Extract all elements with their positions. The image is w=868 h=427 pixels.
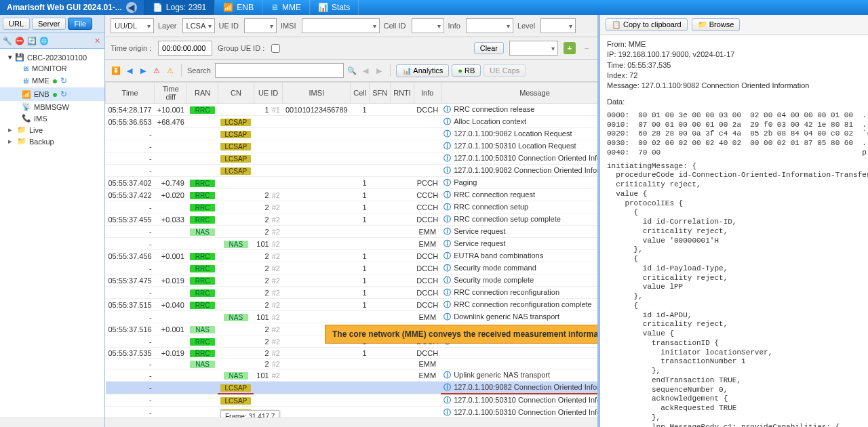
cellid-combo[interactable] bbox=[412, 18, 444, 33]
col-info[interactable]: Info bbox=[414, 83, 441, 104]
log-row[interactable]: -LCSAPⓘ127.0.1.100:50310 Connection Orie… bbox=[106, 394, 598, 407]
log-pane: UU/DL Layer LCSA UE ID IMSI Cell ID Info… bbox=[105, 15, 600, 427]
col-message[interactable]: Message bbox=[441, 83, 597, 104]
h-scrollbar[interactable] bbox=[105, 418, 597, 427]
log-row[interactable]: -LCSAPⓘ127.0.1.100:9082 Connection Orien… bbox=[106, 382, 598, 394]
tree-root[interactable]: ▾ 💾 CBC-2023010100 bbox=[0, 52, 104, 63]
back-icon[interactable]: ◀ bbox=[126, 2, 137, 13]
col-cn[interactable]: CN bbox=[218, 83, 254, 104]
warn-icon[interactable]: ⚠ bbox=[151, 65, 162, 76]
search-prev-icon[interactable]: ◀ bbox=[360, 65, 371, 76]
btn-label: RB bbox=[465, 66, 475, 75]
status-dot-icon: ● bbox=[52, 89, 58, 100]
col-imsi[interactable]: IMSI bbox=[283, 83, 351, 104]
group-ueid-checkbox[interactable] bbox=[271, 44, 280, 53]
collapse-icon: ▾ bbox=[8, 53, 12, 62]
alert-icon[interactable]: ⚠ bbox=[165, 65, 176, 76]
list-icon: 📄 bbox=[153, 3, 163, 12]
col-ran[interactable]: RAN bbox=[187, 83, 218, 104]
col-time[interactable]: Time bbox=[106, 83, 155, 104]
col-rnti[interactable]: RNTI bbox=[391, 83, 414, 104]
tree-enb[interactable]: 📶ENB●↻ bbox=[0, 87, 104, 101]
analytics-button[interactable]: 📊 Analytics bbox=[396, 64, 449, 77]
header-bar: Amarisoft Web GUI 2024.01-... ◀ 📄 Logs: … bbox=[0, 0, 868, 15]
log-row[interactable]: -LCSAPⓘ127.0.1.100:50310 Location Reques… bbox=[106, 140, 598, 152]
copy-button[interactable]: 📋 Copy to clipboard bbox=[606, 18, 688, 31]
tree-live[interactable]: 📁Live bbox=[0, 124, 104, 136]
search-next-icon[interactable]: ▶ bbox=[374, 65, 384, 76]
tree-backup[interactable]: 📁Backup bbox=[0, 136, 104, 147]
info-combo[interactable] bbox=[466, 18, 513, 33]
tab-label: MME bbox=[282, 3, 301, 12]
imsi-combo[interactable] bbox=[302, 18, 380, 33]
clear-combo[interactable] bbox=[509, 41, 558, 56]
radio-icon: 📡 bbox=[22, 102, 31, 111]
col-ue-id[interactable]: UE ID bbox=[254, 83, 283, 104]
log-row[interactable]: -LCSAPⓘ127.0.1.100:9082 Location Request bbox=[106, 128, 598, 140]
filter-toolbar: UU/DL Layer LCSA UE ID IMSI Cell ID Info… bbox=[105, 15, 597, 37]
log-row[interactable]: 05:55:37.515+0.040RRC2 #21DCCHⓘRRC conne… bbox=[106, 299, 598, 311]
log-row[interactable]: -RRC2 #21CCCHⓘRRC connection setup bbox=[106, 201, 598, 214]
stop-icon[interactable]: ⛔ bbox=[14, 35, 25, 46]
log-row[interactable]: -NAS101 #2EMMⓘDownlink generic NAS trans… bbox=[106, 311, 598, 323]
close-icon[interactable]: ✕ bbox=[92, 35, 102, 46]
log-row[interactable]: -LCSAPⓘ127.0.1.100:50310 Connection Orie… bbox=[106, 152, 598, 165]
layer-combo[interactable]: LCSA bbox=[182, 18, 215, 33]
rb-button[interactable]: ● RB bbox=[452, 64, 481, 77]
log-row[interactable]: 05:55:37.455+0.033RRC2 #21DCCHⓘRRC conne… bbox=[106, 214, 598, 226]
log-row[interactable]: -NAS2 #2EMM bbox=[106, 359, 598, 369]
level-combo[interactable] bbox=[540, 18, 576, 33]
tab-enb[interactable]: 📶 ENB bbox=[215, 0, 262, 15]
search-input[interactable] bbox=[215, 63, 344, 78]
file-button[interactable]: File bbox=[68, 18, 92, 30]
log-row[interactable]: 05:55:37.535+0.019RRC2 #21DCCH bbox=[106, 348, 598, 359]
down-all-icon[interactable]: ⏬ bbox=[111, 65, 121, 76]
prev-icon[interactable]: ◀ bbox=[124, 65, 135, 76]
globe-icon[interactable]: 🌐 bbox=[39, 35, 50, 46]
ueid-combo[interactable] bbox=[244, 18, 277, 33]
log-row[interactable]: -NAS2 #2EMMⓘService request bbox=[106, 226, 598, 238]
tree-mme[interactable]: 🖥MME●↻ bbox=[0, 74, 104, 87]
log-row[interactable]: -LCSAPⓘ127.0.1.100:9082 Connection Orien… bbox=[106, 165, 598, 177]
btn-label: Browse bbox=[709, 20, 734, 28]
tree-monitor[interactable]: 🖥MONITOR bbox=[0, 63, 104, 74]
server-button[interactable]: Server bbox=[32, 18, 66, 30]
log-row[interactable]: -NAS101 #2EMMⓘUplink generic NAS transpo… bbox=[106, 369, 598, 382]
tab-logs[interactable]: 📄 Logs: 2391 bbox=[144, 0, 215, 15]
tree-ims[interactable]: 📞IMS bbox=[0, 113, 104, 124]
log-row[interactable]: 05:55:36.653+68.476LCSAPⓘAlloc Location … bbox=[106, 116, 598, 128]
log-row[interactable]: 05:55:37.422+0.020RRC2 #21CCCHⓘRRC conne… bbox=[106, 189, 598, 201]
url-button[interactable]: URL bbox=[3, 18, 30, 30]
log-row[interactable]: -RRC2 #21DCCHⓘSecurity mode command bbox=[106, 262, 598, 274]
tab-mme[interactable]: 🖥 MME bbox=[262, 0, 310, 15]
log-row[interactable]: 05:54:28.177+10.001RRC1 #100101012345678… bbox=[106, 104, 598, 116]
tree-mbmsgw[interactable]: 📡MBMSGW bbox=[0, 101, 104, 113]
log-row[interactable]: 05:55:37.475+0.019RRC2 #21DCCHⓘSecurity … bbox=[106, 274, 598, 287]
tree-label: MME bbox=[32, 77, 50, 85]
time-origin-input[interactable] bbox=[158, 41, 212, 56]
clear-button[interactable]: Clear bbox=[474, 42, 504, 54]
cellid-label: Cell ID bbox=[384, 22, 408, 30]
col-sfn[interactable]: SFN bbox=[370, 83, 391, 104]
search-icon[interactable]: 🔍 bbox=[347, 65, 357, 76]
search-label: Search bbox=[187, 66, 212, 75]
col-time-diff[interactable]: Time diff bbox=[155, 83, 187, 104]
minus-icon[interactable]: − bbox=[581, 43, 592, 54]
next-icon[interactable]: ▶ bbox=[138, 65, 149, 76]
browse-button[interactable]: 📁 Browse bbox=[692, 18, 741, 31]
tab-stats[interactable]: 📊 Stats bbox=[310, 0, 359, 15]
refresh-icon[interactable]: 🔄 bbox=[26, 35, 37, 46]
col-cell[interactable]: Cell bbox=[351, 83, 370, 104]
log-row[interactable]: 05:55:37.456+0.001RRC2 #21DCCHⓘEUTRA ban… bbox=[106, 250, 598, 262]
wand-icon[interactable]: 🔧 bbox=[2, 35, 13, 46]
log-grid[interactable]: TimeTime diffRANCNUE IDIMSICellSFNRNTIIn… bbox=[105, 82, 597, 418]
log-row[interactable]: -NAS101 #2EMMⓘService request bbox=[106, 238, 598, 250]
log-row[interactable]: -RRC2 #21DCCHⓘRRC connection reconfigura… bbox=[106, 287, 598, 299]
add-button[interactable]: + bbox=[564, 42, 576, 54]
log-row[interactable]: 05:55:37.402+0.749RRC1PCCHⓘPaging bbox=[106, 177, 598, 189]
log-row[interactable]: -LCSAPⓘ127.0.1.100:50310 Connection Orie… bbox=[106, 407, 598, 418]
uudl-combo[interactable]: UU/DL bbox=[111, 18, 154, 33]
asn-tree: initiatingMessage: { procedureCode id-Co… bbox=[607, 162, 861, 427]
hover-tooltip: Frame: 31.417.7 Cell: #1 bbox=[220, 410, 279, 418]
h-scrollbar[interactable] bbox=[0, 418, 104, 427]
